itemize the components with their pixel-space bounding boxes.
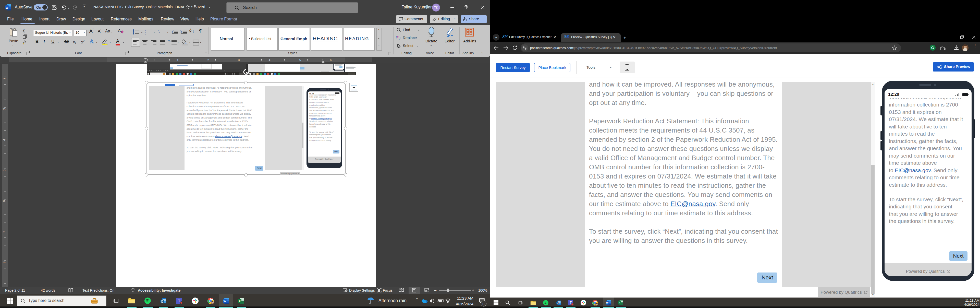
svg-text:X: X	[239, 300, 241, 303]
svg-text:3: 3	[145, 33, 146, 35]
svg-text:O: O	[557, 302, 558, 305]
svg-text:O: O	[161, 300, 163, 303]
svg-text:W: W	[223, 300, 226, 303]
svg-text:W: W	[606, 302, 609, 304]
svg-text:i: i	[160, 33, 160, 35]
svg-text:X: X	[619, 302, 620, 304]
svg-text:W: W	[6, 6, 8, 9]
